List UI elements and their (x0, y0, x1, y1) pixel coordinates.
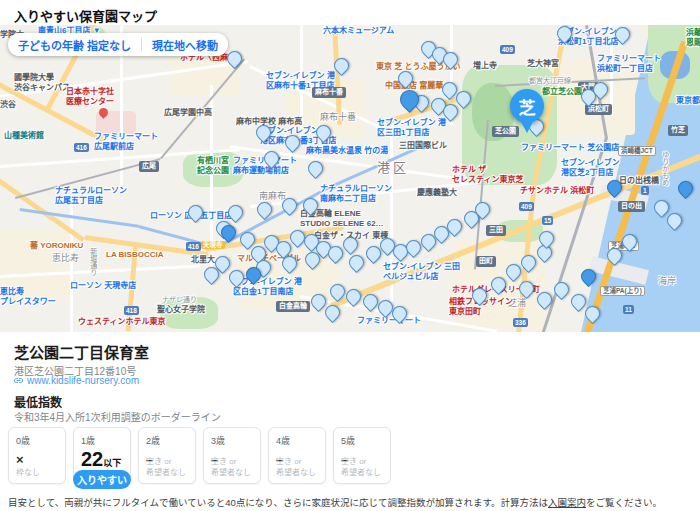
nursery-marker[interactable] (674, 177, 695, 198)
easy-entry-badge: 入りやすい (73, 470, 131, 489)
age-card-label: 5歳 (341, 434, 383, 447)
age-card-label: 0歳 (16, 434, 58, 447)
min-index-title: 最低指数 (14, 393, 62, 410)
nursery-marker[interactable] (224, 201, 245, 222)
nursery-marker[interactable] (260, 147, 281, 168)
age-card-label: 3歳 (211, 434, 253, 447)
nursery-marker[interactable] (342, 285, 363, 306)
app-title: 入りやすい保育園マップ (0, 0, 700, 25)
nursery-marker[interactable] (533, 288, 554, 309)
age-filter-button[interactable]: 子どもの年齢 指定なし (8, 37, 141, 53)
nursery-marker[interactable] (611, 25, 632, 45)
nursery-marker[interactable] (468, 284, 489, 305)
selected-nursery-marker[interactable]: 芝 (510, 89, 544, 133)
nursery-marker[interactable] (535, 227, 556, 248)
age-card-value: 22以下 (81, 448, 123, 471)
selected-marker-glyph: 芝 (510, 89, 544, 123)
nursery-marker[interactable] (281, 131, 302, 152)
age-card-note: 空き or 希望者なし (146, 457, 186, 478)
website-url: www.kidslife-nursery.com (27, 375, 139, 386)
nursery-marker[interactable] (299, 194, 320, 215)
age-card-2: 2歳–空き or 希望者なし (138, 427, 196, 484)
nursery-marker[interactable] (553, 25, 574, 44)
map-marker-layer (0, 25, 700, 332)
nursery-marker[interactable] (487, 273, 508, 294)
selected-marker-tail (520, 120, 534, 133)
footnote-text-after: をご覧ください。 (586, 497, 662, 508)
detail-panel: 芝公園二丁目保育室 港区芝公園二丁目12番10号 www.kidslife-nu… (0, 332, 700, 511)
age-card-label: 1歳 (81, 434, 123, 447)
nursery-marker[interactable] (225, 266, 246, 287)
nursery-marker[interactable] (603, 244, 624, 265)
nursery-marker[interactable] (304, 157, 325, 178)
nursery-marker[interactable] (184, 201, 205, 222)
link-icon (13, 375, 24, 386)
admission-guide-link[interactable]: 入園案内 (548, 497, 586, 508)
nursery-marker[interactable] (326, 280, 347, 301)
nursery-marker[interactable] (253, 198, 274, 219)
age-cards-row: 0歳×枠なし1歳22以下入りやすい2歳–空き or 希望者なし3歳–空き or … (8, 427, 391, 484)
age-card-note: 枠なし (16, 468, 40, 478)
age-card-note: 空き or 希望者なし (211, 457, 251, 478)
nursery-marker[interactable] (330, 54, 351, 75)
nursery-marker[interactable] (515, 277, 536, 298)
min-index-subtitle: 令和3年4月入所1次利用調整のボーダーライン (14, 409, 221, 424)
age-card-value: × (16, 452, 58, 467)
nursery-marker[interactable] (312, 121, 333, 142)
age-card-1: 1歳22以下入りやすい (73, 427, 131, 484)
nursery-marker[interactable] (618, 230, 639, 251)
age-card-value-suffix: 以下 (103, 458, 121, 468)
nursery-marker[interactable] (345, 251, 366, 272)
nursery-marker[interactable] (394, 67, 415, 88)
nursery-name: 芝公園二丁目保育室 (14, 341, 149, 362)
nursery-marker[interactable] (603, 176, 624, 197)
nursery-marker[interactable] (252, 121, 273, 142)
age-card-note: 空き or 希望者なし (341, 457, 381, 478)
age-card-4: 4歳–空き or 希望者なし (268, 427, 326, 484)
nursery-website-link[interactable]: www.kidslife-nursery.com (13, 375, 139, 386)
nursery-marker[interactable] (278, 194, 299, 215)
age-card-label: 2歳 (146, 434, 188, 447)
app-header: 入りやすい保育園マップ (0, 0, 700, 25)
footnote-text-before: 目安として、両親が共にフルタイムで働いていると40点になり、さらに家庭状況に応じ… (8, 497, 548, 508)
map-filter-bar: 子どもの年齢 指定なし 現在地へ移動 (8, 33, 228, 56)
age-card-0: 0歳×枠なし (8, 427, 66, 484)
age-card-5: 5歳–空き or 希望者なし (333, 427, 391, 484)
locate-me-button[interactable]: 現在地へ移動 (142, 37, 228, 53)
nursery-marker[interactable] (577, 265, 598, 286)
age-card-note: 空き or 希望者なし (276, 457, 316, 478)
age-card-label: 4歳 (276, 434, 318, 447)
map-canvas[interactable]: 学院大南青山6丁目店 ▼渋谷國學院大學 渋谷キャンパス日本赤十字社 医療センター… (0, 25, 700, 332)
nursery-marker[interactable] (550, 278, 571, 299)
age-card-3: 3歳–空き or 希望者なし (203, 427, 261, 484)
footnote: 目安として、両親が共にフルタイムで働いていると40点になり、さらに家庭状況に応じ… (8, 495, 698, 509)
